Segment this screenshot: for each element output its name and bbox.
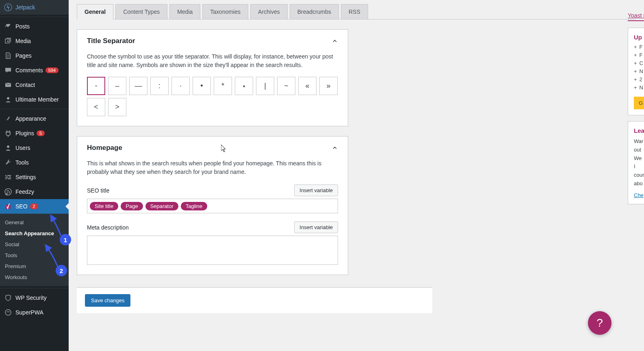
feature-item: N	[634, 68, 644, 74]
sidebar-item-media[interactable]: Media	[0, 34, 69, 48]
check-link[interactable]: Che	[634, 192, 644, 198]
sidebar-item-contact[interactable]: Contact	[0, 78, 69, 92]
settings-icon	[4, 173, 12, 181]
jetpack-icon	[4, 3, 12, 11]
svg-rect-4	[5, 175, 7, 176]
upgrade-button[interactable]: G	[634, 97, 644, 109]
insert-variable-button[interactable]: Insert variable	[294, 184, 338, 196]
separator-option[interactable]: <	[87, 98, 105, 116]
sidebar-item-plugins[interactable]: Plugins5	[0, 126, 69, 141]
comment-icon	[4, 66, 12, 74]
brush-icon	[4, 115, 12, 123]
tab-media[interactable]: Media	[169, 4, 200, 19]
title-separator-panel: Title Separator Choose the symbol to use…	[77, 29, 348, 126]
separator-option[interactable]: –	[108, 77, 126, 95]
separator-option[interactable]: •	[193, 77, 211, 95]
panel-header[interactable]: Title Separator	[77, 30, 348, 52]
mail-icon	[4, 81, 12, 89]
seo-title-input[interactable]: Site titlePageSeparatorTagline	[87, 199, 338, 213]
variable-chip[interactable]: Tagline	[181, 202, 207, 210]
right-sidebar: Yoast re Up FFCN2N G Lea War out We I co…	[628, 12, 644, 210]
meta-description-label: Meta description	[87, 224, 129, 231]
upgrade-heading: Up	[634, 34, 644, 41]
feature-item: F	[634, 44, 644, 50]
separator-option[interactable]: -	[87, 77, 105, 95]
separator-option[interactable]: «	[298, 77, 317, 95]
badge: 594	[46, 67, 59, 73]
tab-breadcrumbs[interactable]: Breadcrumbs	[290, 4, 339, 19]
sidebar-item-appearance[interactable]: Appearance	[0, 111, 69, 126]
main-content: GeneralContent TypesMediaTaxonomiesArchi…	[69, 4, 644, 321]
tab-rss[interactable]: RSS	[341, 4, 368, 19]
tab-content-types[interactable]: Content Types	[115, 4, 167, 19]
badge: 2	[30, 204, 38, 209]
variable-chip[interactable]: Page	[121, 202, 143, 210]
separator-option[interactable]: :	[150, 77, 169, 95]
svg-point-2	[7, 97, 9, 100]
insert-variable-button[interactable]: Insert variable	[294, 221, 338, 233]
separator-option[interactable]: ⋆	[235, 77, 253, 95]
separator-option[interactable]: »	[319, 77, 338, 95]
variable-chip[interactable]: Separator	[145, 202, 178, 210]
users-icon	[4, 144, 12, 152]
tools-icon	[4, 158, 12, 167]
panel-description: Choose the symbol to use as your title s…	[87, 52, 338, 69]
yoast-link[interactable]: Yoast re	[628, 12, 644, 21]
feature-item: C	[634, 60, 644, 66]
user-icon	[4, 95, 12, 104]
panel-title: Title Separator	[87, 37, 135, 45]
homepage-panel: Homepage This is what shows in the searc…	[77, 136, 348, 275]
pwa-icon	[4, 308, 12, 316]
pin-icon	[4, 22, 12, 30]
page-icon	[4, 52, 12, 60]
sidebar-item-settings[interactable]: Settings	[0, 170, 69, 184]
seo-title-label: SEO title	[87, 187, 109, 194]
learn-heading: Lea	[634, 127, 644, 134]
panel-header[interactable]: Homepage	[77, 136, 348, 159]
tab-archives[interactable]: Archives	[250, 4, 288, 19]
sidebar-item-pages[interactable]: Pages	[0, 48, 69, 63]
separator-option[interactable]: ~	[277, 77, 295, 95]
svg-point-3	[7, 145, 9, 148]
save-bar: Save changes	[77, 287, 432, 313]
variable-chip[interactable]: Site title	[90, 202, 118, 210]
tab-general[interactable]: General	[77, 4, 113, 20]
chevron-up-icon	[332, 145, 338, 151]
settings-tabs: GeneralContent TypesMediaTaxonomiesArchi…	[77, 4, 636, 20]
arrow-icon	[45, 213, 65, 238]
meta-description-input[interactable]	[87, 236, 338, 265]
sidebar-item-tools[interactable]: Tools	[0, 155, 69, 170]
svg-rect-7	[9, 177, 11, 178]
sidebar-item-seo[interactable]: SEO2	[0, 199, 69, 214]
sidebar-item-users[interactable]: Users	[0, 141, 69, 155]
sidebar-item-ultimate-member[interactable]: Ultimate Member	[0, 92, 69, 107]
separator-options: -–—:·•*⋆|~«»<>	[87, 77, 338, 116]
sidebar-item-jetpack[interactable]: Jetpack	[0, 0, 69, 15]
separator-option[interactable]: |	[256, 77, 274, 95]
svg-rect-5	[7, 175, 11, 176]
feature-item: 2	[634, 76, 644, 82]
sidebar-item-feedzy[interactable]: Feedzy	[0, 184, 69, 199]
separator-option[interactable]: *	[214, 77, 232, 95]
arrow-icon	[41, 243, 61, 267]
panel-description: This is what shows in the search results…	[87, 159, 338, 176]
plug-icon	[4, 129, 12, 137]
feature-item: N	[634, 84, 644, 91]
separator-option[interactable]: ·	[171, 77, 190, 95]
svg-rect-6	[5, 177, 8, 178]
separator-option[interactable]: —	[129, 77, 147, 95]
svg-rect-9	[8, 178, 11, 179]
tab-taxonomies[interactable]: Taxonomies	[202, 4, 248, 19]
sidebar-item-superpwa[interactable]: SuperPWA	[0, 305, 69, 320]
learn-text: War out We I cour abo	[634, 137, 644, 188]
sidebar-item-wp-security[interactable]: WP Security	[0, 290, 69, 305]
media-icon	[4, 37, 12, 45]
save-button[interactable]: Save changes	[85, 294, 130, 307]
badge: 5	[37, 130, 45, 136]
chevron-up-icon	[332, 38, 338, 44]
feature-item: F	[634, 52, 644, 58]
feedzy-icon	[4, 188, 12, 196]
sidebar-item-comments[interactable]: Comments594	[0, 63, 69, 78]
sidebar-item-posts[interactable]: Posts	[0, 19, 69, 34]
separator-option[interactable]: >	[108, 98, 126, 116]
